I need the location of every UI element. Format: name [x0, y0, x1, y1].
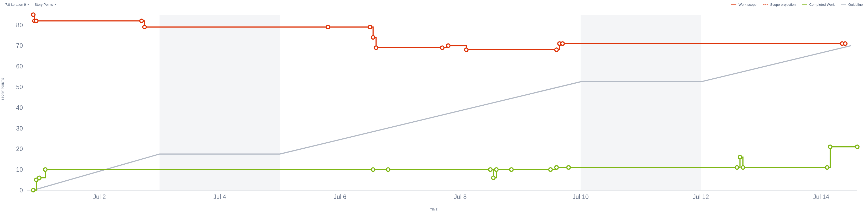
iteration-label: 7.0 iteration 9: [5, 3, 26, 6]
svg-text:30: 30: [16, 125, 23, 132]
svg-point-47: [555, 166, 558, 169]
svg-point-31: [555, 48, 558, 51]
metric-dropdown[interactable]: Story Points ▼: [35, 3, 57, 6]
svg-text:Jul 4: Jul 4: [213, 193, 226, 200]
svg-text:40: 40: [16, 104, 23, 111]
svg-point-42: [489, 168, 492, 171]
left-controls: 7.0 iteration 9 ▼ Story Points ▼: [5, 3, 57, 6]
svg-point-19: [32, 13, 35, 16]
svg-point-33: [561, 42, 564, 45]
svg-text:Jul 10: Jul 10: [572, 193, 588, 200]
svg-text:Jul 2: Jul 2: [93, 193, 106, 200]
svg-point-40: [371, 168, 375, 171]
svg-point-24: [326, 25, 330, 29]
chevron-down-icon: ▼: [27, 3, 29, 6]
svg-point-44: [495, 168, 498, 171]
svg-point-50: [738, 155, 742, 159]
svg-point-25: [368, 25, 372, 29]
legend-swatch-work-scope: [731, 4, 736, 5]
svg-text:80: 80: [16, 22, 23, 29]
iteration-dropdown[interactable]: 7.0 iteration 9 ▼: [5, 3, 29, 6]
svg-text:0: 0: [20, 187, 23, 194]
svg-point-54: [856, 145, 859, 148]
svg-point-41: [386, 168, 390, 171]
svg-point-45: [510, 168, 513, 171]
svg-point-51: [741, 166, 745, 169]
svg-text:50: 50: [16, 84, 23, 91]
burnup-chart: 01020304050607080Jul 2Jul 4Jul 6Jul 8Jul…: [5, 9, 863, 207]
chart-header: 7.0 iteration 9 ▼ Story Points ▼ Work sc…: [5, 3, 863, 6]
svg-point-38: [37, 176, 41, 179]
svg-point-36: [32, 188, 35, 192]
svg-point-35: [843, 42, 847, 45]
svg-point-23: [143, 25, 146, 29]
svg-text:20: 20: [16, 145, 23, 152]
svg-text:70: 70: [16, 42, 23, 49]
svg-point-30: [464, 48, 468, 51]
legend-swatch-scope-projection: [763, 4, 768, 5]
legend-label: Scope projection: [770, 3, 796, 6]
legend-label: Guideline: [848, 3, 863, 6]
svg-text:Jul 8: Jul 8: [454, 193, 467, 200]
svg-point-52: [826, 166, 829, 169]
y-axis-label: STORY POINTS: [1, 78, 4, 100]
svg-point-46: [549, 168, 552, 171]
svg-point-26: [371, 36, 375, 39]
svg-rect-1: [581, 15, 701, 190]
x-axis-label: TIME: [5, 208, 863, 211]
chart-legend: Work scope Scope projection Completed Wo…: [731, 3, 863, 6]
svg-text:Jul 12: Jul 12: [693, 193, 709, 200]
svg-point-21: [34, 19, 38, 23]
svg-text:Jul 14: Jul 14: [813, 193, 829, 200]
legend-work-scope[interactable]: Work scope: [731, 3, 756, 6]
chevron-down-icon: ▼: [54, 3, 57, 6]
legend-swatch-guideline: [841, 4, 846, 5]
svg-point-29: [446, 44, 450, 47]
svg-point-39: [43, 168, 47, 171]
legend-swatch-completed-work: [802, 4, 807, 5]
legend-guideline[interactable]: Guideline: [841, 3, 863, 6]
metric-label: Story Points: [35, 3, 53, 6]
svg-point-53: [828, 145, 832, 148]
svg-point-22: [140, 19, 143, 23]
svg-text:10: 10: [16, 166, 23, 173]
legend-label: Work scope: [739, 3, 756, 6]
legend-scope-projection[interactable]: Scope projection: [763, 3, 796, 6]
svg-point-48: [567, 166, 570, 169]
chart-area: STORY POINTS 01020304050607080Jul 2Jul 4…: [5, 9, 863, 211]
svg-point-43: [492, 176, 495, 179]
svg-point-27: [374, 46, 378, 49]
legend-label: Completed Work: [809, 3, 835, 6]
svg-text:60: 60: [16, 63, 23, 70]
legend-completed-work[interactable]: Completed Work: [802, 3, 835, 6]
svg-rect-0: [159, 15, 280, 190]
svg-text:Jul 6: Jul 6: [334, 193, 346, 200]
svg-point-49: [735, 166, 739, 169]
svg-point-28: [440, 46, 444, 49]
